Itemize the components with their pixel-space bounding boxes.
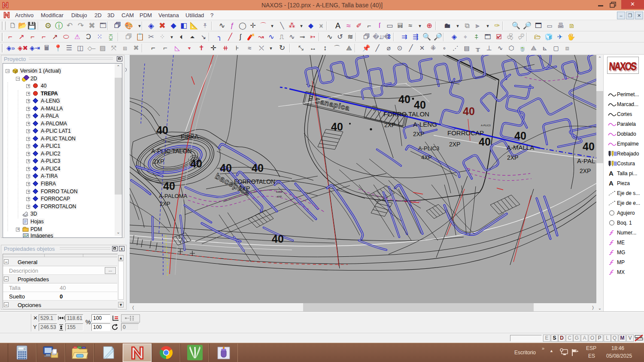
- svg-text:AND: AND: [372, 105, 377, 108]
- svg-text:A-PAL: A-PAL: [577, 157, 595, 164]
- svg-text:40: 40: [463, 105, 475, 117]
- svg-text:40: 40: [190, 158, 202, 170]
- svg-text:2XP: 2XP: [580, 167, 591, 174]
- svg-text:40: 40: [156, 124, 168, 136]
- svg-text:40: 40: [252, 162, 264, 174]
- svg-text:2XP: 2XP: [239, 185, 250, 192]
- svg-text:2XP: 2XP: [413, 131, 424, 137]
- svg-text:A-LENG: A-LENG: [413, 121, 437, 128]
- svg-text:2XP: 2XP: [153, 158, 164, 165]
- svg-text:FORRO TALON: FORRO TALON: [383, 110, 429, 118]
- svg-text:A-PLIC3: A-PLIC3: [481, 124, 491, 127]
- svg-text:4XP: 4XP: [421, 154, 432, 161]
- svg-text:FORROCAP: FORROCAP: [447, 129, 484, 137]
- svg-text:4XP: 4XP: [277, 195, 282, 198]
- svg-text:40: 40: [514, 130, 526, 142]
- svg-text:40: 40: [331, 121, 343, 133]
- svg-text:40: 40: [163, 180, 175, 192]
- svg-text:40: 40: [272, 233, 284, 245]
- svg-text:FORROTALON: FORROTALON: [234, 178, 275, 185]
- svg-text:A-MALLA: A-MALLA: [507, 144, 534, 151]
- svg-text:40: 40: [479, 136, 491, 148]
- svg-text:2XP: 2XP: [507, 154, 518, 161]
- svg-text:NAXOS: NAXOS: [609, 61, 638, 73]
- svg-text:A-PLIC TALON: A-PLIC TALON: [151, 148, 191, 155]
- svg-text:40: 40: [583, 140, 595, 152]
- svg-text:XF: XF: [373, 109, 376, 111]
- svg-text:A4CP: A4CP: [276, 191, 283, 193]
- svg-text:2XP: 2XP: [384, 122, 395, 128]
- svg-text:40: 40: [220, 162, 232, 174]
- svg-text:FIBRA: FIBRA: [181, 133, 199, 140]
- svg-text:40: 40: [414, 99, 426, 111]
- svg-text:40: 40: [398, 93, 410, 105]
- svg-text:A-PLIC3: A-PLIC3: [418, 145, 439, 152]
- svg-text:A-PALOMA: A-PALOMA: [159, 193, 188, 199]
- svg-text:2XP: 2XP: [449, 141, 460, 148]
- svg-text:2XP: 2XP: [160, 201, 170, 207]
